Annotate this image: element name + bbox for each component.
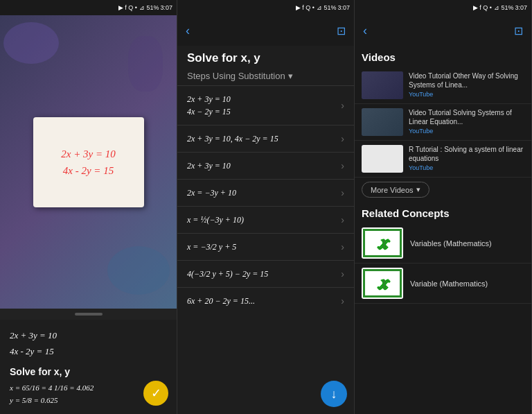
- drag-handle[interactable]: [75, 313, 103, 316]
- more-videos-button[interactable]: More Videos ▾: [362, 182, 429, 198]
- concept-thumbnail: 𝑥: [362, 227, 403, 259]
- back-button-3[interactable]: ‹: [363, 24, 367, 38]
- status-bar-1: ▶ f Q • ⊿ 51% 3:07: [0, 0, 177, 15]
- step-row[interactable]: x = −3/2 y + 5 ›: [177, 233, 354, 260]
- scroll-down-fab[interactable]: ↓: [321, 381, 347, 407]
- concept-thumbnail: 𝑥: [362, 268, 403, 299]
- panel1-bottom: 2x + 3y = 10 4x - 2y = 15 Solve for x, y…: [0, 320, 177, 414]
- panel-steps: ▶ f Q • ⊿ 51% 3:07 ‹ ⊡ Solve for x, y St…: [177, 0, 355, 414]
- step-row[interactable]: x = ½(−3y + 10) ›: [177, 206, 354, 233]
- top-nav-2: ‹ ⊡: [177, 15, 354, 46]
- photo-math-line2: 4x - 2y = 15: [63, 162, 114, 179]
- video-item[interactable]: ▶ Video Tutorial Other Way of Solving Sy…: [355, 67, 531, 104]
- concept-item[interactable]: 𝑥 Variables (Mathematics): [355, 223, 531, 264]
- photo-math-line1: 2x + 3y = 10: [61, 146, 116, 162]
- concept-name: Variable (Mathematics): [410, 279, 488, 288]
- back-button-2[interactable]: ‹: [186, 24, 190, 38]
- bookmark-icon-3[interactable]: ⊡: [514, 24, 523, 37]
- chevron-icon: ›: [341, 268, 344, 279]
- step-row[interactable]: 4(−3/2 y + 5) − 2y = 15 ›: [177, 260, 354, 287]
- concept-item[interactable]: 𝑥 Variable (Mathematics): [355, 264, 531, 304]
- step-row[interactable]: 2x + 3y = 10, 4x − 2y = 15 ›: [177, 125, 354, 152]
- panel-camera: ▶ f Q • ⊿ 51% 3:07 2x + 3y = 10 4x - 2y …: [0, 0, 177, 414]
- panel2-title: Solve for x, y: [177, 46, 354, 68]
- step-row[interactable]: 2x + 3y = 10 4x − 2y = 15 ›: [177, 85, 354, 125]
- panel2-wrap: Solve for x, y Steps Using Substitution …: [177, 46, 354, 414]
- video-item[interactable]: ▶ R Tutorial : Solving a system of linea…: [355, 141, 531, 178]
- photo-area: 2x + 3y = 10 4x - 2y = 15: [0, 15, 177, 309]
- video-source: YouTube: [409, 128, 524, 135]
- concept-name: Variables (Mathematics): [410, 239, 492, 248]
- chevron-icon: ›: [341, 133, 344, 144]
- chevron-icon: ›: [341, 100, 344, 111]
- step-row[interactable]: 6x + 20 − 2y = 15... ›: [177, 287, 354, 314]
- chevron-down-icon: ▾: [416, 185, 420, 194]
- step-row[interactable]: 2x + 3y = 10 ›: [177, 152, 354, 179]
- bookmark-icon-2[interactable]: ⊡: [337, 24, 346, 37]
- panel-resources: ▶ f Q • ⊿ 51% 3:07 ‹ ⊡ Videos ▶ Video Tu…: [355, 0, 532, 414]
- video-title: Video Tutorial Other Way of Solving Syst…: [409, 71, 524, 89]
- video-thumbnail: ▶: [362, 145, 403, 173]
- related-concepts-title: Related Concepts: [355, 202, 531, 223]
- video-item[interactable]: ▶ Video Tutorial Solving Systems of Line…: [355, 104, 531, 141]
- top-nav-3: ‹ ⊡: [355, 15, 531, 46]
- check-fab[interactable]: ✓: [143, 381, 168, 406]
- chevron-icon: ›: [341, 241, 344, 252]
- chevron-icon: ›: [341, 187, 344, 198]
- equation-display: 2x + 3y = 10 4x - 2y = 15: [10, 328, 167, 359]
- steps-header[interactable]: Steps Using Substitution ▾: [177, 68, 354, 85]
- videos-title: Videos: [355, 46, 531, 67]
- chevron-icon: ›: [341, 295, 344, 307]
- video-title: Video Tutorial Solving Systems of Linear…: [409, 108, 524, 126]
- status-bar-2: ▶ f Q • ⊿ 51% 3:07: [177, 0, 354, 15]
- photo-inner: 2x + 3y = 10 4x - 2y = 15: [33, 117, 144, 207]
- video-source: YouTube: [409, 164, 524, 171]
- video-source: YouTube: [409, 91, 524, 98]
- video-thumbnail: ▶: [362, 71, 403, 99]
- steps-content: Solve for x, y Steps Using Substitution …: [177, 46, 354, 414]
- chevron-icon: ›: [341, 160, 344, 171]
- resources-content: Videos ▶ Video Tutorial Other Way of Sol…: [355, 46, 531, 414]
- step-row[interactable]: 2x = −3y + 10 ›: [177, 179, 354, 206]
- video-thumbnail: ▶: [362, 108, 403, 136]
- solve-title-p1: Solve for x, y: [10, 366, 167, 377]
- video-title: R Tutorial : Solving a system of linear …: [409, 145, 524, 163]
- status-bar-3: ▶ f Q • ⊿ 51% 3:07: [355, 0, 531, 15]
- chevron-icon: ›: [341, 214, 344, 225]
